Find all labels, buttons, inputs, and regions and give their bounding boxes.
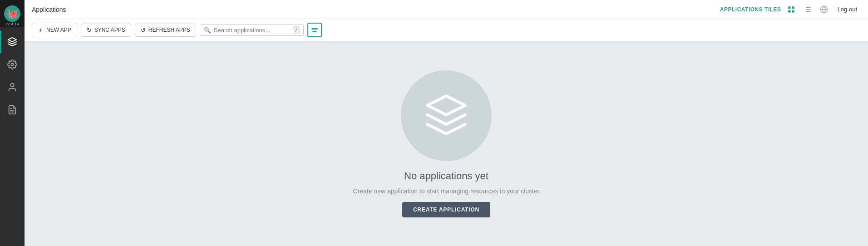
- logout-button[interactable]: Log out: [834, 4, 861, 15]
- globe-icon: [820, 5, 828, 14]
- refresh-apps-button[interactable]: ↺ REFRESH APPS: [135, 24, 196, 37]
- sidebar-logo[interactable]: 🐙 v2.4.14: [0, 0, 25, 27]
- empty-icon-circle: [401, 70, 492, 161]
- search-container: 🔍 /: [200, 24, 304, 36]
- gear-icon: [7, 59, 17, 71]
- filter-bar-top: [311, 28, 318, 30]
- create-application-button[interactable]: CREATE APPLICATION: [402, 202, 490, 217]
- page-title: Applications: [32, 6, 66, 13]
- new-app-label: NEW APP: [46, 27, 71, 33]
- grid-icon: [787, 5, 795, 14]
- empty-subtitle: Create new application to start managing…: [353, 187, 540, 195]
- sidebar: 🐙 v2.4.14: [0, 0, 25, 246]
- empty-title: No applications yet: [404, 170, 488, 182]
- sidebar-item-settings[interactable]: [0, 54, 25, 76]
- sync-icon: ↻: [87, 27, 92, 34]
- sync-apps-button[interactable]: ↻ SYNC APPS: [81, 24, 131, 37]
- top-header: Applications APPLICATIONS TILES: [25, 0, 868, 19]
- view-mode-label: APPLICATIONS TILES: [720, 6, 781, 13]
- main-content: Applications APPLICATIONS TILES: [25, 0, 868, 246]
- svg-marker-17: [427, 96, 465, 115]
- layers-empty-icon: [424, 92, 469, 139]
- version-label: v2.4.14: [0, 22, 25, 26]
- person-icon: [7, 82, 17, 93]
- svg-rect-6: [792, 6, 794, 9]
- layers-icon: [7, 37, 17, 48]
- search-input[interactable]: [214, 27, 290, 34]
- svg-point-1: [11, 63, 14, 66]
- sidebar-navigation: [0, 27, 25, 122]
- sidebar-item-docs[interactable]: [0, 99, 25, 122]
- new-app-button[interactable]: ＋ NEW APP: [32, 23, 77, 37]
- sync-apps-label: SYNC APPS: [94, 27, 125, 33]
- empty-state: No applications yet Create new applicati…: [353, 70, 540, 217]
- refresh-icon: ↺: [141, 27, 146, 34]
- svg-rect-8: [792, 10, 794, 12]
- globe-button[interactable]: [818, 3, 830, 16]
- sidebar-item-apps[interactable]: [0, 31, 25, 54]
- document-icon: [7, 105, 17, 116]
- search-shortcut: /: [293, 26, 300, 34]
- list-view-button[interactable]: [801, 3, 814, 16]
- toolbar: ＋ NEW APP ↻ SYNC APPS ↺ REFRESH APPS 🔍 /: [25, 19, 868, 41]
- main-area: No applications yet Create new applicati…: [25, 41, 868, 246]
- logo-icon: 🐙: [4, 5, 20, 22]
- svg-rect-7: [788, 10, 790, 12]
- grid-view-button[interactable]: [785, 3, 798, 16]
- svg-point-2: [10, 83, 14, 86]
- svg-marker-0: [8, 37, 16, 41]
- search-icon: 🔍: [204, 27, 211, 34]
- plus-icon: ＋: [38, 26, 44, 34]
- svg-rect-5: [788, 6, 790, 9]
- filter-button[interactable]: [307, 23, 322, 37]
- filter-bar-bottom: [312, 31, 316, 32]
- sidebar-item-user[interactable]: [0, 76, 25, 99]
- refresh-apps-label: REFRESH APPS: [148, 27, 190, 33]
- header-right: APPLICATIONS TILES: [720, 3, 861, 16]
- list-icon: [804, 5, 812, 14]
